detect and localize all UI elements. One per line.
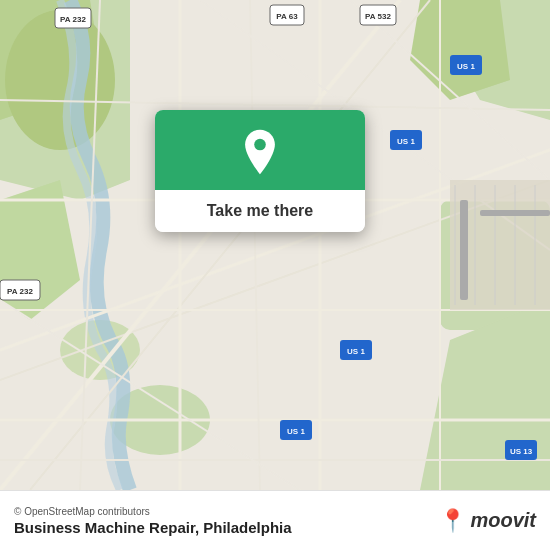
copyright-label: © OpenStreetMap contributors — [14, 506, 150, 517]
svg-rect-55 — [480, 210, 550, 216]
svg-text:US 1: US 1 — [397, 137, 415, 146]
take-me-there-button[interactable]: Take me there — [155, 190, 365, 232]
copyright-text: © OpenStreetMap contributors — [14, 506, 292, 517]
svg-text:US 1: US 1 — [347, 347, 365, 356]
bottom-info: © OpenStreetMap contributors Business Ma… — [14, 506, 536, 536]
map-container: US 1 US 1 US 1 US 1 US 1 PA 232 PA 63 PA… — [0, 0, 550, 490]
svg-text:PA 232: PA 232 — [7, 287, 33, 296]
svg-rect-54 — [460, 200, 468, 300]
popup-card: Take me there — [155, 110, 365, 232]
moovit-pin-icon: 📍 — [439, 508, 466, 534]
business-name: Business Machine Repair, Philadelphia — [14, 519, 292, 536]
svg-text:PA 532: PA 532 — [365, 12, 391, 21]
moovit-text: moovit — [470, 509, 536, 532]
bottom-bar: © OpenStreetMap contributors Business Ma… — [0, 490, 550, 550]
svg-text:US 1: US 1 — [457, 62, 475, 71]
left-bottom: © OpenStreetMap contributors Business Ma… — [14, 506, 292, 536]
svg-text:PA 232: PA 232 — [60, 15, 86, 24]
location-pin-icon — [236, 128, 284, 176]
svg-text:US 13: US 13 — [510, 447, 533, 456]
svg-text:PA 63: PA 63 — [276, 12, 298, 21]
popup-green-area — [155, 110, 365, 190]
svg-text:US 1: US 1 — [287, 427, 305, 436]
moovit-logo: 📍 moovit — [439, 508, 536, 534]
svg-point-56 — [254, 139, 266, 151]
